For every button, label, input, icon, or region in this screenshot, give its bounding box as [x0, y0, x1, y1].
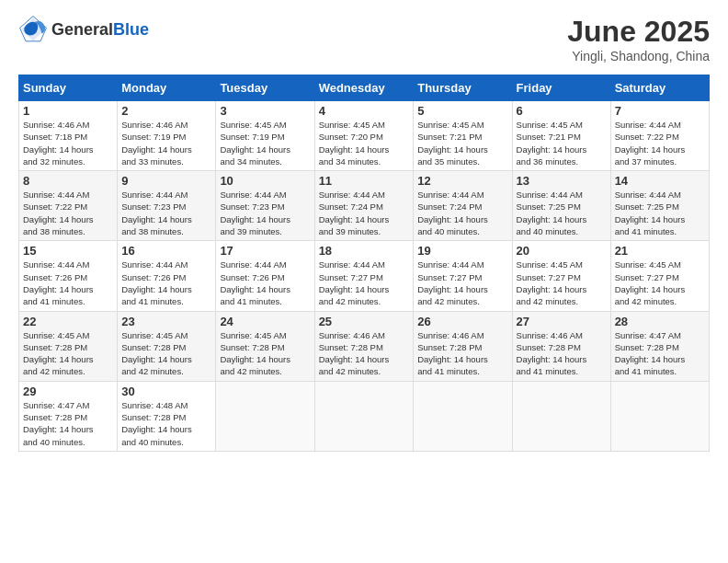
day-info: Sunrise: 4:45 AM Sunset: 7:21 PM Dayligh… [517, 119, 607, 167]
calendar-day-cell: 25Sunrise: 4:46 AM Sunset: 7:28 PM Dayli… [314, 311, 414, 381]
calendar-day-cell: 24Sunrise: 4:45 AM Sunset: 7:28 PM Dayli… [216, 311, 314, 381]
calendar-day-cell: 22Sunrise: 4:45 AM Sunset: 7:28 PM Dayli… [19, 311, 118, 381]
day-number: 17 [220, 244, 310, 258]
calendar-day-cell: 13Sunrise: 4:44 AM Sunset: 7:25 PM Dayli… [512, 171, 610, 241]
calendar-week-row: 29Sunrise: 4:47 AM Sunset: 7:28 PM Dayli… [19, 381, 710, 451]
day-number: 7 [615, 104, 705, 118]
day-number: 22 [23, 315, 113, 328]
day-info: Sunrise: 4:45 AM Sunset: 7:28 PM Dayligh… [23, 329, 113, 378]
day-info: Sunrise: 4:44 AM Sunset: 7:24 PM Dayligh… [319, 189, 410, 237]
calendar-week-row: 15Sunrise: 4:44 AM Sunset: 7:26 PM Dayli… [19, 241, 710, 311]
day-number: 28 [615, 315, 705, 328]
calendar-day-cell: 17Sunrise: 4:44 AM Sunset: 7:26 PM Dayli… [216, 241, 314, 311]
calendar-day-cell: 18Sunrise: 4:44 AM Sunset: 7:27 PM Dayli… [314, 241, 414, 311]
day-info: Sunrise: 4:44 AM Sunset: 7:25 PM Dayligh… [615, 189, 705, 237]
logo-general: General [51, 20, 113, 40]
day-number: 25 [319, 315, 410, 328]
day-number: 26 [417, 315, 507, 328]
day-number: 23 [121, 315, 211, 328]
day-info: Sunrise: 4:47 AM Sunset: 7:28 PM Dayligh… [615, 329, 705, 378]
calendar-week-row: 22Sunrise: 4:45 AM Sunset: 7:28 PM Dayli… [19, 311, 710, 381]
location: Yingli, Shandong, China [567, 49, 710, 63]
day-number: 16 [121, 244, 211, 258]
day-info: Sunrise: 4:45 AM Sunset: 7:28 PM Dayligh… [220, 329, 310, 378]
day-info: Sunrise: 4:46 AM Sunset: 7:28 PM Dayligh… [319, 329, 410, 378]
day-info: Sunrise: 4:44 AM Sunset: 7:23 PM Dayligh… [220, 189, 310, 237]
day-info: Sunrise: 4:44 AM Sunset: 7:27 PM Dayligh… [417, 259, 507, 307]
day-info: Sunrise: 4:45 AM Sunset: 7:28 PM Dayligh… [121, 329, 211, 378]
day-info: Sunrise: 4:44 AM Sunset: 7:24 PM Dayligh… [417, 189, 507, 237]
day-number: 18 [319, 244, 410, 258]
calendar-header-row: Sunday Monday Tuesday Wednesday Thursday… [19, 75, 710, 101]
calendar-day-cell: 29Sunrise: 4:47 AM Sunset: 7:28 PM Dayli… [19, 381, 118, 451]
calendar-day-cell: 1Sunrise: 4:46 AM Sunset: 7:18 PM Daylig… [19, 101, 118, 171]
calendar-day-cell: 27Sunrise: 4:46 AM Sunset: 7:28 PM Dayli… [512, 311, 610, 381]
day-info: Sunrise: 4:46 AM Sunset: 7:28 PM Dayligh… [517, 329, 607, 378]
day-info: Sunrise: 4:47 AM Sunset: 7:28 PM Dayligh… [23, 399, 113, 448]
calendar-day-cell: 2Sunrise: 4:46 AM Sunset: 7:19 PM Daylig… [118, 101, 216, 171]
day-info: Sunrise: 4:44 AM Sunset: 7:23 PM Dayligh… [121, 189, 211, 237]
calendar-day-cell: 21Sunrise: 4:45 AM Sunset: 7:27 PM Dayli… [610, 241, 709, 311]
day-number: 19 [417, 244, 507, 258]
day-number: 15 [23, 244, 113, 258]
col-wednesday: Wednesday [314, 75, 414, 101]
col-sunday: Sunday [19, 75, 118, 101]
calendar-week-row: 8Sunrise: 4:44 AM Sunset: 7:22 PM Daylig… [19, 171, 710, 241]
calendar-day-cell: 6Sunrise: 4:45 AM Sunset: 7:21 PM Daylig… [512, 101, 610, 171]
calendar-day-cell: 4Sunrise: 4:45 AM Sunset: 7:20 PM Daylig… [314, 101, 414, 171]
calendar-day-cell: 30Sunrise: 4:48 AM Sunset: 7:28 PM Dayli… [118, 381, 216, 451]
day-number: 21 [615, 244, 705, 258]
day-info: Sunrise: 4:44 AM Sunset: 7:27 PM Dayligh… [319, 259, 410, 307]
calendar-day-cell [314, 381, 414, 451]
calendar-day-cell: 12Sunrise: 4:44 AM Sunset: 7:24 PM Dayli… [414, 171, 512, 241]
calendar-day-cell [414, 381, 512, 451]
day-number: 29 [23, 385, 113, 398]
day-number: 14 [615, 174, 705, 188]
day-info: Sunrise: 4:48 AM Sunset: 7:28 PM Dayligh… [121, 399, 211, 448]
calendar-day-cell: 20Sunrise: 4:45 AM Sunset: 7:27 PM Dayli… [512, 241, 610, 311]
day-info: Sunrise: 4:44 AM Sunset: 7:25 PM Dayligh… [517, 189, 607, 237]
col-friday: Friday [512, 75, 610, 101]
day-number: 11 [319, 174, 410, 188]
day-number: 5 [417, 104, 507, 118]
day-number: 20 [517, 244, 607, 258]
calendar-day-cell: 28Sunrise: 4:47 AM Sunset: 7:28 PM Dayli… [610, 311, 709, 381]
day-info: Sunrise: 4:44 AM Sunset: 7:22 PM Dayligh… [615, 119, 705, 167]
main-container: General Blue June 2025 Yingli, Shandong,… [0, 0, 728, 461]
calendar-day-cell: 10Sunrise: 4:44 AM Sunset: 7:23 PM Dayli… [216, 171, 314, 241]
day-info: Sunrise: 4:46 AM Sunset: 7:19 PM Dayligh… [121, 119, 211, 167]
day-info: Sunrise: 4:44 AM Sunset: 7:22 PM Dayligh… [23, 189, 113, 237]
day-info: Sunrise: 4:46 AM Sunset: 7:28 PM Dayligh… [417, 329, 507, 378]
calendar-day-cell: 3Sunrise: 4:45 AM Sunset: 7:19 PM Daylig… [216, 101, 314, 171]
day-info: Sunrise: 4:44 AM Sunset: 7:26 PM Dayligh… [121, 259, 211, 307]
calendar-day-cell: 8Sunrise: 4:44 AM Sunset: 7:22 PM Daylig… [19, 171, 118, 241]
day-number: 12 [417, 174, 507, 188]
calendar-day-cell: 23Sunrise: 4:45 AM Sunset: 7:28 PM Dayli… [118, 311, 216, 381]
day-number: 8 [23, 174, 113, 188]
day-number: 30 [121, 385, 211, 398]
day-number: 1 [23, 104, 113, 118]
day-number: 13 [517, 174, 607, 188]
calendar-day-cell: 19Sunrise: 4:44 AM Sunset: 7:27 PM Dayli… [414, 241, 512, 311]
logo-icon [18, 15, 48, 44]
col-monday: Monday [118, 75, 216, 101]
calendar-day-cell: 11Sunrise: 4:44 AM Sunset: 7:24 PM Dayli… [314, 171, 414, 241]
logo: General Blue [18, 15, 149, 44]
day-info: Sunrise: 4:44 AM Sunset: 7:26 PM Dayligh… [220, 259, 310, 307]
col-thursday: Thursday [414, 75, 512, 101]
day-info: Sunrise: 4:45 AM Sunset: 7:20 PM Dayligh… [319, 119, 410, 167]
calendar-day-cell: 5Sunrise: 4:45 AM Sunset: 7:21 PM Daylig… [414, 101, 512, 171]
logo-text: General Blue [51, 20, 149, 40]
day-info: Sunrise: 4:46 AM Sunset: 7:18 PM Dayligh… [23, 119, 113, 167]
day-info: Sunrise: 4:45 AM Sunset: 7:27 PM Dayligh… [615, 259, 705, 307]
day-number: 27 [517, 315, 607, 328]
day-info: Sunrise: 4:45 AM Sunset: 7:27 PM Dayligh… [517, 259, 607, 307]
day-number: 3 [220, 104, 310, 118]
calendar-table: Sunday Monday Tuesday Wednesday Thursday… [18, 75, 710, 452]
calendar-day-cell: 9Sunrise: 4:44 AM Sunset: 7:23 PM Daylig… [118, 171, 216, 241]
calendar-day-cell: 26Sunrise: 4:46 AM Sunset: 7:28 PM Dayli… [414, 311, 512, 381]
col-tuesday: Tuesday [216, 75, 314, 101]
header: General Blue June 2025 Yingli, Shandong,… [18, 15, 710, 63]
day-number: 4 [319, 104, 410, 118]
month-title: June 2025 [567, 15, 710, 49]
